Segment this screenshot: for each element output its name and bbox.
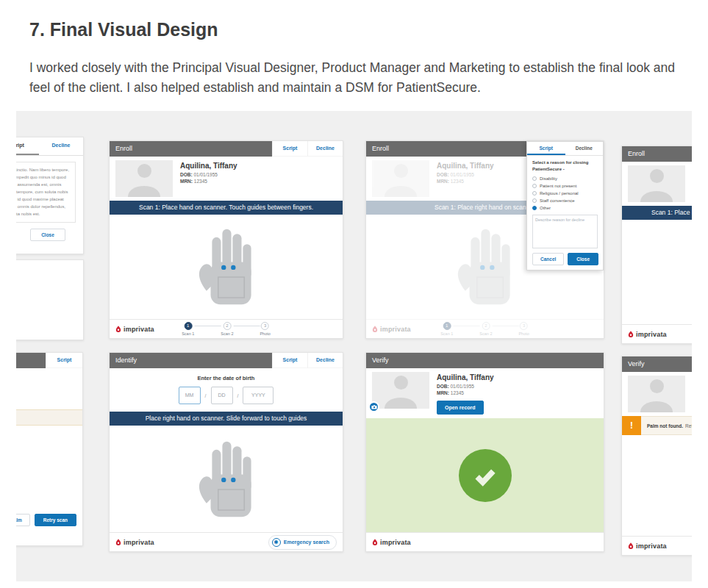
patient-name: Aquilina, Tiffany [437, 162, 494, 170]
camera-icon[interactable] [368, 401, 379, 412]
step-photo: 3 Photo [260, 322, 270, 336]
step-connector [453, 326, 479, 326]
avatar [372, 160, 429, 197]
radio-icon [532, 184, 537, 188]
window-title: Verify [366, 353, 604, 368]
imprivata-flame-icon [372, 326, 378, 333]
tab-script[interactable]: Script [272, 353, 307, 368]
page-description: I worked closely with the Principal Visu… [29, 58, 679, 98]
screen-footer: imprivata [622, 324, 692, 343]
tab-script[interactable]: Script [527, 142, 565, 155]
window-title-bar: Verify [366, 353, 604, 368]
person-icon [372, 160, 429, 197]
window-title [16, 353, 46, 368]
person-icon [628, 165, 685, 202]
tab-decline[interactable]: Decline [307, 353, 343, 368]
enroll-decline-screen: Enroll Aquilina, Tiffany DOB: 01/01/1955… [365, 140, 604, 339]
close-button[interactable]: Close [30, 229, 65, 241]
patient-name: Aquilina, Tiffany [437, 373, 494, 381]
open-record-button[interactable]: Open record [437, 401, 484, 415]
cancel-button[interactable]: Cancel [532, 253, 564, 265]
radio-option-staff-convenience[interactable]: Staff convenience [527, 197, 603, 204]
step-scan2: 2 Scan 2 [479, 322, 492, 336]
scan-area [110, 215, 343, 319]
tab-decline[interactable]: Decline [565, 142, 604, 155]
enroll-screen: Enroll Script Decline Aquilina, Tiffany … [109, 140, 343, 339]
scan-area [622, 220, 692, 324]
star-of-life-icon: ✱ [272, 538, 281, 547]
tab-script[interactable]: Script [46, 353, 82, 368]
spacer [16, 426, 82, 514]
instruction-banner: Place right hand on scanner. Slide forwa… [110, 412, 343, 426]
decline-reason-textarea[interactable]: Describe reason for decline [532, 215, 598, 248]
patient-info: Aquilina, Tiffany DOB: 01/01/1955 MRN: 1… [622, 372, 692, 416]
window-title-bar: Script [16, 353, 82, 368]
close-button[interactable]: Close [568, 253, 598, 265]
avatar [372, 372, 429, 409]
spacer [16, 368, 82, 409]
tab-bar: Script [46, 353, 82, 368]
month-input[interactable]: MM [179, 387, 201, 404]
identify-screen: Identify Script Decline Enter the date o… [109, 352, 343, 552]
alert-icon: ! [622, 416, 641, 435]
radio-icon [532, 191, 537, 196]
patient-details: Aquilina, Tiffany DOB: 01/01/1955 MRN: 1… [180, 160, 237, 185]
radio-option-other[interactable]: Other [527, 204, 603, 212]
imprivata-logo: imprivata [115, 326, 154, 333]
step-indicator: 1 Scan 1 2 Scan 2 3 Photo [182, 322, 271, 336]
window-title-bar: Enroll Script Decline [110, 141, 343, 157]
dob-section: Enter the date of birth MM / DD / YYYY [110, 368, 343, 412]
hand-illustration [185, 434, 268, 524]
person-icon [628, 376, 685, 412]
screen-footer: imprivata [366, 532, 604, 551]
hand-illustration [185, 222, 268, 312]
dob-prompt: Enter the date of birth [110, 375, 343, 381]
step-scan1: 1 Scan 1 [182, 322, 194, 336]
warning-text: Palm not found. Retry scan [641, 416, 692, 435]
imprivata-flame-icon [628, 331, 634, 338]
spacer [622, 435, 692, 536]
year-input[interactable]: YYYY [243, 387, 273, 404]
tab-script[interactable]: Script [272, 141, 307, 157]
retry-scan-button[interactable]: Retry scan [35, 514, 76, 526]
verify-warning-screen-partial: Verify Aquilina, Tiffany DOB: 01/01/1955… [621, 356, 692, 556]
action-buttons: Update palm Retry scan [16, 514, 82, 526]
scan-success-area [366, 418, 604, 532]
page-title: 7. Final Visual Design [29, 19, 679, 40]
patient-dob: DOB: 01/01/1955 [437, 172, 494, 177]
patient-info: Aquilina, Tiffany DOB: 01/01/1955 MRN: 1… [622, 162, 692, 206]
update-palm-button[interactable]: Update palm [16, 514, 30, 526]
patient-name: Aquilina, Tiffany [180, 162, 237, 170]
step-connector [233, 326, 260, 326]
radio-option-disability[interactable]: Disability [527, 175, 603, 182]
verify-screen: Verify Aquilina, Tiffany DOB: 01/01/1955… [365, 352, 604, 552]
tab-decline[interactable]: Decline [307, 141, 343, 157]
imprivata-logo: imprivata [115, 539, 154, 546]
tab-script[interactable]: Script [16, 137, 39, 155]
hand-illustration [444, 222, 526, 312]
imprivata-logo: imprivata [628, 542, 667, 550]
emergency-search-button[interactable]: ✱ Emergency search [268, 535, 337, 550]
radio-option-patient-not-present[interactable]: Patient not present [527, 182, 603, 190]
script-panel-screen: Script Decline Et harum quidem rerum fac… [16, 137, 84, 254]
patient-dob: DOB: 01/01/1955 [437, 384, 494, 389]
warning-banner: ! Palm not found. Retry scan [622, 416, 692, 435]
tab-decline[interactable]: Decline [39, 137, 83, 155]
case-study-intro: 7. Final Visual Design I worked closely … [0, 0, 708, 98]
window-title-bar: Enroll Script Decline [622, 146, 692, 162]
window-title: Verify [622, 356, 692, 372]
instruction-banner: Scan 1: Place hand on scanner. Touch gui… [622, 206, 692, 220]
enroll-screen-partial: Enroll Script Decline Aquilina, Tiffany … [621, 146, 692, 344]
screen-footer: imprivata [622, 536, 692, 555]
avatar [628, 165, 685, 202]
screen-footer: imprivata 1 Scan 1 2 Scan 2 3 Photo [110, 319, 343, 338]
day-input[interactable]: DD [211, 387, 233, 404]
decline-reason-popover: Script Decline Select a reason for closi… [526, 141, 604, 270]
imprivata-logo: imprivata [628, 331, 667, 338]
patient-mrn: MRN: 12345 [437, 179, 494, 184]
warning-banner [16, 409, 82, 426]
date-separator: / [237, 393, 239, 398]
patient-dob: DOB: 01/01/1955 [180, 172, 237, 177]
radio-option-religious-personal[interactable]: Religious / personal [527, 190, 603, 197]
window-title: Enroll [622, 146, 692, 162]
